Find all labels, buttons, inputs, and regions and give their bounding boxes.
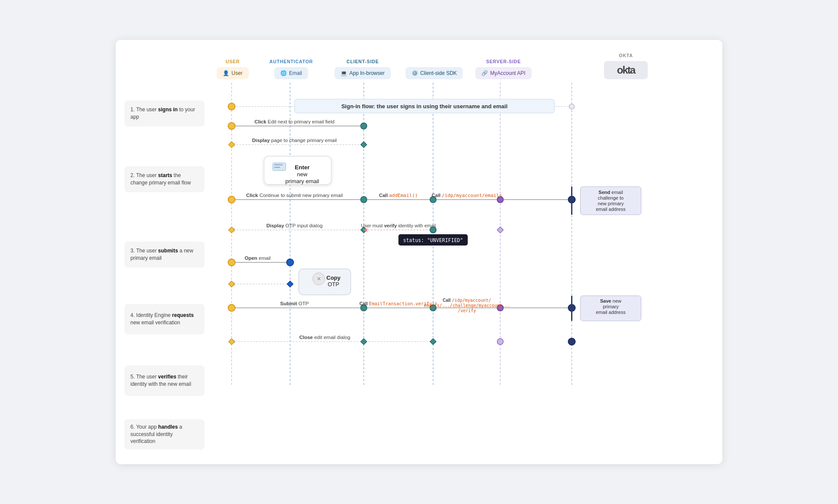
step-3: 3. The user submits a new primary email (124, 242, 205, 269)
svg-marker-19 (361, 142, 367, 148)
gear-icon: ⚙️ (412, 70, 418, 76)
svg-rect-24 (274, 164, 283, 165)
svg-text:Send
           email: Send email (598, 190, 623, 195)
user-icon: 👤 (223, 70, 229, 76)
svg-point-31 (228, 196, 235, 203)
svg-text:Copy: Copy (326, 275, 341, 281)
svg-point-66 (287, 259, 294, 266)
step-4: 4. Identity Engine requests new email ve… (124, 304, 205, 336)
svg-point-8 (569, 104, 575, 109)
svg-text:primary: primary (603, 304, 619, 309)
svg-marker-20 (229, 142, 235, 148)
step-2: 2. The user starts the change primary em… (124, 166, 205, 194)
step-2-label: 2. The user starts the change primary em… (130, 172, 198, 187)
svg-text:new: new (297, 171, 308, 178)
svg-text:/verify: /verify (458, 308, 476, 313)
svg-text:Call 
          addEmail(): Call addEmail() (379, 193, 418, 198)
svg-point-15 (361, 123, 367, 129)
client-col-label: CLIENT-SIDE (347, 59, 379, 64)
svg-text:OTP: OTP (328, 281, 339, 288)
server-pill: 🔗 MyAccount API (475, 67, 531, 79)
svg-point-9 (228, 103, 235, 110)
step-5: 5. The user verifies their identity with… (124, 365, 205, 397)
step-1-label: 1. The user signs in to your app (130, 106, 198, 121)
sequence-diagram: Sign-in flow: the user signs in using th… (205, 83, 714, 386)
svg-text:Open
           email: Open email (244, 255, 270, 261)
user-col-label: USER (226, 59, 240, 64)
svg-text:Sign-in flow:  the user signs : Sign-in flow: the user signs in using th… (341, 103, 508, 110)
svg-point-32 (361, 197, 367, 203)
svg-text:Close
           edit email di: Close edit email dialog (299, 335, 351, 340)
server-col-label: SERVER-SIDE (486, 59, 521, 64)
step-6: 6. Your app handles a successful identit… (124, 419, 205, 451)
okta-pill: okta (604, 61, 648, 79)
step-4-label: 4. Identity Engine requests new email ve… (130, 312, 198, 326)
svg-rect-25 (274, 167, 280, 168)
svg-text:Display
           page to cha: Display page to change primary email (252, 138, 337, 143)
svg-marker-53 (229, 227, 235, 233)
svg-marker-104 (430, 339, 436, 345)
svg-rect-68 (299, 269, 351, 295)
svg-text:Display
           OTP input d: Display OTP input dialog (266, 223, 323, 228)
svg-point-106 (568, 338, 575, 345)
email-icon: 🌐 (280, 70, 287, 76)
client-pill: 💻 App In-browser (335, 67, 390, 79)
svg-text:Call 
          /idp/myaccount: Call /idp/myaccount/ (443, 298, 491, 303)
sidebar: 1. The user signs in to your app 2. The … (124, 53, 205, 451)
main-area: USER 👤 User AUTHENTICATOR 🌐 Email (205, 53, 714, 451)
svg-text:User must 
          verify
  : User must verify identity with email (361, 223, 435, 228)
svg-text:Click
           Continue to s: Click Continue to submit new primary ema… (246, 193, 343, 198)
svg-text:email address: email address (596, 310, 626, 315)
svg-text:new primary: new primary (598, 201, 624, 206)
svg-text:Enter: Enter (295, 164, 310, 171)
svg-point-105 (497, 339, 503, 345)
svg-marker-76 (229, 281, 235, 287)
svg-point-79 (228, 304, 235, 311)
svg-marker-75 (287, 281, 293, 287)
link-icon: 🔗 (481, 70, 488, 76)
svg-text:Submit
           OTP: Submit OTP (280, 301, 309, 306)
user-pill: 👤 User (217, 67, 248, 79)
auth-pill: 🌐 Email (274, 67, 308, 79)
svg-text:challenge to: challenge to (598, 195, 624, 200)
okta-col-label: OKTA (619, 53, 633, 58)
svg-marker-60 (497, 227, 503, 233)
svg-text:✕: ✕ (317, 276, 321, 282)
step-6-label: 6. Your app handles a successful identit… (130, 423, 198, 445)
sdk-pill: ⚙️ Client-side SDK (406, 67, 463, 79)
svg-marker-103 (361, 339, 367, 345)
browser-icon: 💻 (341, 70, 347, 76)
svg-point-65 (228, 259, 235, 266)
svg-text:email address: email address (596, 207, 626, 212)
step-1: 1. The user signs in to your app (124, 100, 205, 128)
auth-col-label: AUTHENTICATOR (270, 59, 313, 64)
step-5-label: 5. The user verifies their identity with… (130, 373, 198, 388)
svg-marker-102 (229, 339, 235, 345)
svg-text:Save
           new: Save new (600, 298, 621, 304)
svg-text:status: "UNVERIFIED": status: "UNVERIFIED" (403, 237, 463, 243)
diagram-container: 1. The user signs in to your app 2. The … (116, 40, 722, 464)
svg-text:Call 
          /idp/myaccount: Call /idp/myaccount/emails (432, 193, 502, 198)
svg-text:Click
           Edit next to : Click Edit next to primary email field (254, 119, 335, 124)
svg-text:emails/.../challenge/myaccount: emails/.../challenge/myaccount... (424, 303, 510, 308)
svg-text:primary email: primary email (285, 178, 319, 184)
step-3-label: 3. The user submits a new primary email (130, 247, 198, 262)
svg-point-14 (228, 123, 235, 129)
